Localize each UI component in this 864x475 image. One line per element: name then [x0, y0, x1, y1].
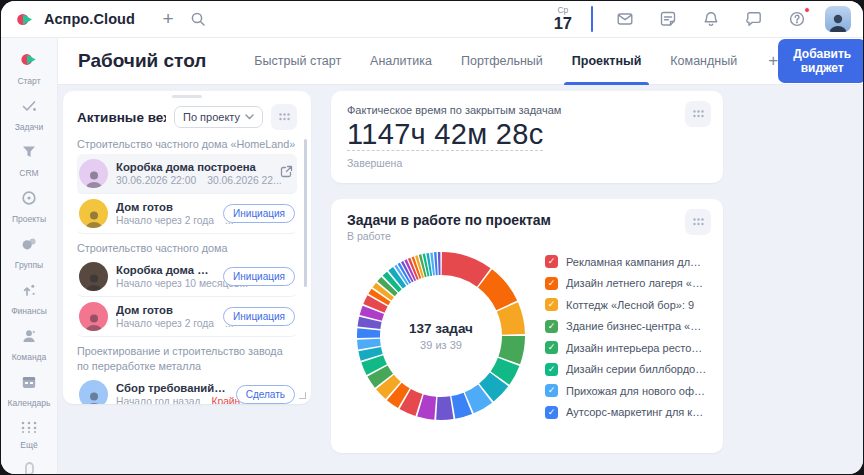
status-badge[interactable]: Инициация: [223, 267, 295, 286]
legend-item[interactable]: ✓Дизайн интерьера ресторана...: 6: [545, 341, 707, 354]
add-tab-plus-icon[interactable]: +: [768, 38, 778, 84]
legend-label: Аутсорс-маркетинг для комп... : 5: [566, 406, 707, 418]
sidebar-item-проекты[interactable]: Проекты: [1, 184, 57, 230]
milestone-row[interactable]: Коробка дома построена30.06.2026 22:0030…: [77, 154, 297, 194]
tab-портфельный[interactable]: Портфельный: [461, 38, 543, 84]
milestones-filter-select[interactable]: По проекту: [174, 106, 263, 128]
help-icon[interactable]: [782, 4, 812, 34]
milestone-row[interactable]: Дом готовНачало через 2 года...Инициация: [77, 297, 297, 337]
chart-legend: ✓Рекламная кампания для ОА...: 14✓Дизайн…: [545, 248, 707, 424]
legend-checkbox[interactable]: ✓: [545, 298, 558, 311]
sidebar-item-финансы[interactable]: Финансы: [1, 276, 57, 322]
milestone-title: Сбор требований заказчи...: [116, 382, 228, 394]
app-window: Аспро.Cloud + Ср 17: [1, 1, 863, 474]
app-logo[interactable]: Аспро.Cloud: [16, 10, 135, 29]
milestone-date: 30.06.2026 22:00: [116, 175, 196, 186]
milestone-info: Дом готовНачало через 2 года...: [116, 304, 215, 329]
milestone-title: Коробка дома построена: [116, 161, 272, 173]
legend-item[interactable]: ✓Дизайн летнего лагеря «Зол... : 11: [545, 277, 707, 290]
app-body: СтартЗадачиCRMПроектыГруппыФинансыКоманд…: [1, 38, 863, 474]
legend-label: Прихожая для нового офиса: 6: [566, 385, 707, 397]
search-icon[interactable]: [183, 4, 213, 34]
widget-drag-icon[interactable]: [685, 209, 711, 235]
chat-icon[interactable]: [739, 4, 769, 34]
sidebar-item-задачи[interactable]: Задачи: [1, 92, 57, 138]
open-link-icon[interactable]: [280, 164, 295, 182]
legend-label: Рекламная кампания для ОА...: 14: [566, 256, 707, 268]
legend-checkbox[interactable]: ✓: [545, 363, 558, 376]
sidebar-item-crm[interactable]: CRM: [1, 138, 57, 184]
sidebar-item-группы[interactable]: Группы: [1, 230, 57, 276]
calendar-date[interactable]: Ср 17: [554, 6, 572, 33]
legend-item[interactable]: ✓Прихожая для нового офиса: 6: [545, 384, 707, 397]
bell-icon[interactable]: [696, 4, 726, 34]
chevron-down-icon: [245, 114, 254, 120]
milestone-meta: 30.06.2026 22:0030.06.2026 22...: [116, 175, 272, 186]
milestone-row[interactable]: Сбор требований заказчи...Начало год наз…: [77, 375, 297, 404]
tab-командный[interactable]: Командный: [670, 38, 737, 84]
legend-checkbox[interactable]: ✓: [545, 384, 558, 397]
avatar: [79, 302, 108, 331]
milestone-row[interactable]: Дом готовНачало через 2 года...Инициация: [77, 194, 297, 234]
milestone-group-label: Проектирование и строительство завода по…: [77, 344, 297, 373]
dashboard-content: Активные вехи по ... По проекту Строител…: [58, 85, 863, 474]
time-widget-status: Завершена: [347, 157, 709, 169]
legend-checkbox[interactable]: ✓: [545, 320, 558, 333]
mail-icon[interactable]: [610, 4, 640, 34]
legend-item[interactable]: ✓Дизайн серии биллбордов се...: 6: [545, 363, 707, 376]
milestones-widget-title: Активные вехи по ...: [77, 110, 166, 125]
tab-быстрый-старт[interactable]: Быстрый старт: [254, 38, 341, 84]
sidebar-item-ещё[interactable]: Ещё: [1, 414, 57, 456]
notes-icon[interactable]: [653, 4, 683, 34]
legend-checkbox[interactable]: ✓: [545, 277, 558, 290]
legend-label: Дизайн интерьера ресторана...: 6: [566, 342, 707, 354]
status-badge[interactable]: Сделать: [236, 385, 295, 404]
status-badge[interactable]: Инициация: [223, 204, 295, 223]
drag-handle[interactable]: [172, 95, 202, 98]
sidebar: СтартЗадачиCRMПроектыГруппыФинансыКоманд…: [1, 38, 58, 474]
donut-chart[interactable]: 137 задач 39 из 39: [353, 248, 529, 424]
time-widget-value[interactable]: 1147ч 42м 28с: [347, 119, 543, 151]
legend-item[interactable]: ✓Рекламная кампания для ОА...: 14: [545, 255, 707, 268]
legend-checkbox[interactable]: ✓: [545, 255, 558, 268]
donut-segment[interactable]: [357, 328, 380, 338]
legend-label: Здание бизнес-центра «Нова...: 8: [566, 320, 707, 332]
legend-item[interactable]: ✓Аутсорс-маркетинг для комп... : 5: [545, 406, 707, 419]
dashboard-tabs: Быстрый стартАналитикаПортфельныйПроектн…: [254, 38, 778, 84]
donut-segment[interactable]: [436, 396, 453, 420]
widget-drag-icon[interactable]: [271, 104, 297, 130]
legend-label: Дизайн летнего лагеря «Зол... : 11: [566, 277, 707, 289]
add-widget-button[interactable]: Добавить виджет: [778, 39, 863, 83]
legend-item[interactable]: ✓Коттедж «Лесной бор»: 9: [545, 298, 707, 311]
tasks-icon: [20, 97, 38, 119]
create-plus-icon[interactable]: +: [153, 4, 183, 34]
sidebar-item-календарь[interactable]: Календарь: [1, 368, 57, 414]
projects-icon: [20, 189, 38, 211]
milestone-date: Начало через 2 года: [116, 215, 214, 226]
tasks-by-project-widget: Задачи в работе по проектам В работе 137…: [331, 199, 723, 453]
app-title: Аспро.Cloud: [44, 11, 135, 27]
milestone-date: Начало год назад: [116, 396, 200, 404]
sidebar-item-label: Финансы: [11, 306, 47, 316]
tab-проектный[interactable]: Проектный: [572, 38, 642, 84]
milestone-info: Дом готовНачало через 2 года...: [116, 201, 215, 226]
widget-drag-icon[interactable]: [685, 101, 711, 127]
finance-icon: [20, 281, 38, 303]
milestone-list: Строительство частного дома «HomeLand»Ко…: [77, 137, 297, 404]
legend-checkbox[interactable]: ✓: [545, 406, 558, 419]
status-badge[interactable]: Инициация: [223, 307, 295, 326]
tab-аналитика[interactable]: Аналитика: [370, 38, 432, 84]
legend-checkbox[interactable]: ✓: [545, 341, 558, 354]
milestone-row[interactable]: Коробка дома построенаНачало через 10 ме…: [77, 257, 297, 297]
sidebar-item-label: Ещё: [20, 440, 37, 450]
milestones-widget: Активные вехи по ... По проекту Строител…: [63, 91, 311, 404]
product-icon[interactable]: [20, 462, 38, 474]
sidebar-item-команда[interactable]: Команда: [1, 322, 57, 368]
widget-resize-handle[interactable]: [299, 392, 306, 399]
user-avatar[interactable]: [825, 6, 851, 32]
sidebar-item-старт[interactable]: Старт: [1, 45, 57, 92]
legend-item[interactable]: ✓Здание бизнес-центра «Нова...: 8: [545, 320, 707, 333]
widget-scrollbar[interactable]: [304, 139, 307, 287]
milestone-meta: Начало через 2 года...: [116, 215, 215, 226]
donut-segment[interactable]: [438, 252, 441, 275]
